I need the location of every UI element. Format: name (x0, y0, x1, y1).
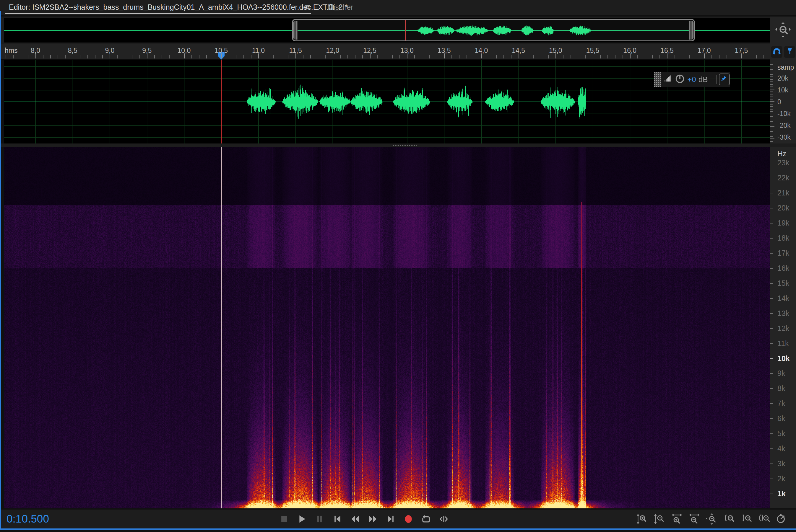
ruler-tick (474, 55, 474, 58)
record-button[interactable] (401, 512, 415, 526)
hud-grip-handle[interactable] (654, 72, 661, 87)
frequency-tick (770, 208, 773, 208)
range-selector-right-handle[interactable] (689, 21, 694, 40)
amplitude-tick (770, 131, 773, 132)
range-selector-left-handle[interactable] (293, 21, 297, 40)
nav-zoom-tile[interactable] (770, 17, 796, 44)
zoom-out-vertical-button[interactable] (652, 512, 667, 526)
zoom-toolbar (635, 512, 789, 526)
amplitude-label: 0 (777, 98, 781, 106)
frequency-tick (770, 268, 773, 269)
skip-to-start-button[interactable] (330, 512, 345, 526)
ruler-tick (221, 53, 222, 58)
ruler-tick (333, 53, 333, 58)
ruler-tick (58, 55, 58, 58)
frequency-tick (770, 449, 773, 449)
zoom-to-selection-button[interactable] (757, 512, 772, 526)
fast-forward-button[interactable] (366, 512, 380, 526)
amplitude-tick (770, 104, 773, 104)
skip-selection-button[interactable] (437, 512, 451, 526)
amplitude-unit-label: samp (777, 63, 794, 72)
frequency-scale[interactable]: Hz23k22k21k20k19k18k17k16k15k14k13k12k11… (770, 147, 796, 508)
frequency-label: 17k (777, 249, 789, 257)
ruler-tick (13, 55, 14, 58)
amplitude-tick (770, 94, 773, 94)
ruler-tick (199, 55, 199, 58)
frequency-tick (770, 494, 773, 494)
frequency-tick (770, 238, 773, 239)
amplitude-scale[interactable]: samp20k10k0-10k-20k-30k (770, 60, 796, 144)
ruler-tick (80, 55, 81, 58)
frequency-tick (770, 313, 773, 314)
ruler-tick (347, 55, 348, 58)
ruler-tick (385, 55, 385, 58)
tab-editor[interactable]: Editor: ISM2SBA2--shakers_bass_drums_Bus… (9, 3, 347, 12)
zoom-in-horizontal-button[interactable] (670, 512, 684, 526)
gain-value[interactable]: +0 (687, 75, 696, 84)
frequency-label: 19k (777, 218, 789, 227)
ruler-tick (519, 53, 519, 58)
ruler-tick (88, 55, 88, 58)
zoom-in-vertical-button[interactable] (635, 512, 649, 526)
stop-button[interactable] (277, 512, 291, 526)
ruler-tick (763, 55, 764, 58)
active-tab-underline (5, 13, 311, 14)
frequency-label: 10k (777, 354, 790, 363)
amplitude-tick (770, 87, 773, 87)
frequency-label: 20k (777, 204, 789, 212)
frequency-label: 5k (777, 429, 785, 438)
ruler-tick (147, 53, 147, 58)
ruler-tick (719, 55, 720, 58)
ruler-tick (689, 55, 690, 58)
ruler-tick (622, 55, 623, 58)
rewind-button[interactable] (348, 512, 362, 526)
play-button[interactable] (295, 512, 309, 526)
ruler-tick (674, 55, 675, 58)
ruler-tick (437, 55, 437, 58)
ruler-tick (399, 55, 400, 58)
ruler-tick (50, 55, 51, 58)
pause-button[interactable] (313, 512, 327, 526)
ruler-tick (734, 55, 735, 58)
ruler-tick (28, 55, 29, 58)
ruler-tick (43, 55, 43, 58)
hud-pin-button[interactable] (719, 74, 730, 85)
frequency-tick (770, 283, 773, 284)
amplitude-tick (770, 136, 773, 137)
splitter-grip[interactable] (393, 145, 417, 146)
loop-playback-button[interactable] (419, 512, 433, 526)
amplitude-tick (770, 89, 774, 90)
timer-button[interactable] (774, 512, 789, 526)
zoom-to-out-point-button[interactable] (739, 512, 754, 526)
volume-bars-icon (664, 74, 672, 84)
skip-to-end-button[interactable] (383, 512, 398, 526)
frequency-label: 18k (777, 233, 789, 242)
overview-strip[interactable] (4, 18, 770, 42)
panel-splitter[interactable] (0, 144, 796, 147)
ruler-buttons (770, 44, 796, 60)
panel-menu-icon[interactable]: ≡ (305, 2, 310, 12)
amplitude-tick (770, 121, 773, 122)
panel-focus-border-bottom (0, 529, 796, 530)
tab-bar: Editor: ISM2SBA2--shakers_bass_drums_Bus… (0, 0, 796, 15)
spectrogram-view[interactable] (4, 147, 770, 508)
timeline-ruler[interactable]: hms 8,08,59,09,510,010,511,011,512,012,5… (0, 44, 770, 60)
amplitude-tick (770, 62, 773, 62)
time-display[interactable]: 0:10.500 (6, 510, 49, 529)
range-selector[interactable] (292, 19, 695, 41)
pan-zoom-navigator-icon[interactable] (775, 22, 791, 39)
gain-knob-icon[interactable] (675, 74, 685, 85)
zoom-out-horizontal-button[interactable] (687, 512, 702, 526)
amplitude-tick (770, 129, 773, 129)
frequency-tick (770, 298, 773, 299)
amplitude-tick (770, 76, 773, 77)
monitor-headphones-button[interactable] (771, 46, 782, 58)
amplitude-tick (770, 106, 773, 107)
ruler-tick (184, 53, 185, 58)
zoom-out-full-button[interactable] (704, 512, 719, 526)
marker-button[interactable] (784, 46, 795, 58)
zoom-to-in-point-button[interactable] (722, 512, 737, 526)
tab-mixer[interactable]: Mischer (327, 3, 354, 12)
ruler-tick (251, 55, 251, 58)
ruler-tick (414, 55, 415, 58)
